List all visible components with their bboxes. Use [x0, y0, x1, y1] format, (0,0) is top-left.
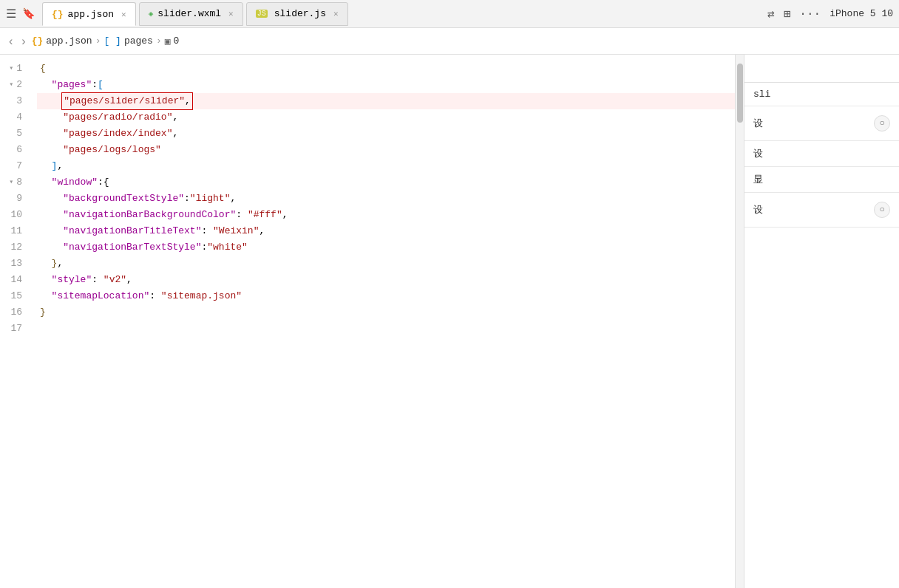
line-num-9: 9	[0, 191, 28, 207]
sync-icon[interactable]: ⇄	[767, 7, 775, 21]
breadcrumb-file-icon: ▣	[165, 35, 171, 47]
code-line-13: },	[37, 256, 735, 272]
tab-close-slider-js[interactable]: ✕	[333, 9, 339, 18]
breadcrumb-json-icon: {}	[32, 35, 44, 47]
code-line-3: "pages/slider/slider",	[37, 93, 735, 109]
line-num-4: 4	[0, 109, 28, 126]
code-line-6: "pages/logs/logs"	[37, 142, 735, 158]
fold-icon-1[interactable]: ▾	[9, 63, 13, 75]
code-line-15: "sitemapLocation": "sitemap.json"	[37, 288, 735, 304]
forward-button[interactable]: ›	[18, 33, 28, 49]
editor: ▾ 1 ▾ 2 3 4 5 6 7 ▾ 8 9 10 11 12 13 14 1…	[0, 55, 744, 588]
line-num-8: ▾ 8	[0, 174, 28, 191]
more-icon[interactable]: ···	[799, 7, 821, 21]
line-num-1: ▾ 1	[0, 61, 28, 77]
breadcrumb-pages: pages	[124, 35, 153, 47]
right-section-xian: 显	[744, 167, 899, 193]
hamburger-menu[interactable]: ☰	[6, 7, 16, 21]
line-num-16: 16	[0, 304, 28, 321]
code-area[interactable]: { "pages":[ "pages/slider/slider", "page…	[37, 55, 735, 588]
line-num-2: ▾ 2	[0, 77, 28, 93]
right-section-she1: 设 ○	[744, 106, 899, 141]
right-section-she2-label: 设	[753, 147, 763, 160]
line-num-14: 14	[0, 272, 28, 288]
main-area: ▾ 1 ▾ 2 3 4 5 6 7 ▾ 8 9 10 11 12 13 14 1…	[0, 55, 899, 588]
bookmark-btn[interactable]: 🔖	[22, 7, 35, 20]
breadcrumb-index: 0	[174, 35, 180, 47]
right-section-she3: 设 ○	[744, 193, 899, 228]
line-num-6: 6	[0, 142, 28, 158]
code-line-4: "pages/radio/radio",	[37, 109, 735, 126]
right-section-sli-label: sli	[753, 89, 770, 100]
breadcrumb-bar: ‹ › {} app.json › [ ] pages › ▣ 0	[0, 28, 899, 55]
line-num-13: 13	[0, 256, 28, 272]
tab-label-slider-wxml: slider.wxml	[157, 8, 221, 19]
scrollbar-thumb[interactable]	[737, 64, 743, 123]
code-line-10: "navigationBarBackgroundColor": "#fff",	[37, 207, 735, 223]
line-num-17: 17	[0, 321, 28, 337]
tab-close-slider-wxml[interactable]: ✕	[228, 9, 234, 18]
code-line-11: "navigationBarTitleText": "Weixin",	[37, 223, 735, 239]
titlebar-right: ⇄ ⊞ ··· iPhone 5 10	[767, 7, 893, 21]
line-num-15: 15	[0, 288, 28, 304]
back-button[interactable]: ‹	[6, 33, 16, 49]
line-numbers: ▾ 1 ▾ 2 3 4 5 6 7 ▾ 8 9 10 11 12 13 14 1…	[0, 55, 37, 588]
code-line-2: "pages":[	[37, 77, 735, 93]
right-circle-btn-1[interactable]: ○	[874, 115, 890, 131]
breadcrumb-bracket-icon: [ ]	[104, 35, 121, 47]
tab-slider-js[interactable]: JS slider.js ✕	[246, 2, 348, 26]
right-section-xian-label: 显	[753, 173, 763, 186]
layout-icon[interactable]: ⊞	[784, 7, 791, 21]
right-section-she3-label: 设	[753, 203, 763, 216]
line-num-3: 3	[0, 93, 28, 109]
iphone-label: iPhone 5 10	[830, 8, 893, 19]
vertical-scrollbar[interactable]	[735, 55, 744, 588]
breadcrumb-sep-1: ›	[95, 35, 101, 47]
right-section-sli: sli	[744, 83, 899, 106]
titlebar: ☰ 🔖 {} app.json ✕ ◈ slider.wxml ✕ JS sli…	[0, 0, 899, 28]
tab-icon-json: {}	[52, 9, 64, 20]
right-panel: sli 设 ○ 设 显 设 ○	[744, 55, 899, 588]
code-line-14: "style": "v2",	[37, 272, 735, 288]
code-line-17	[37, 321, 735, 337]
line-num-5: 5	[0, 126, 28, 142]
line-num-12: 12	[0, 239, 28, 256]
right-panel-header	[744, 55, 899, 83]
tab-label-slider-js: slider.js	[274, 8, 326, 19]
tab-slider-wxml[interactable]: ◈ slider.wxml ✕	[139, 2, 243, 26]
tab-app-json[interactable]: {} app.json ✕	[42, 2, 136, 26]
line-num-7: 7	[0, 158, 28, 174]
breadcrumb-file: app.json	[46, 35, 92, 47]
right-section-she1-label: 设	[753, 117, 763, 130]
line-num-10: 10	[0, 207, 28, 223]
tab-label-app-json: app.json	[68, 9, 114, 20]
redbox-content: "pages/slider/slider",	[63, 94, 191, 109]
breadcrumb-path: {} app.json › [ ] pages › ▣ 0	[32, 35, 180, 47]
code-line-16: }	[37, 304, 735, 321]
code-line-5: "pages/index/index",	[37, 126, 735, 142]
fold-icon-8[interactable]: ▾	[9, 177, 13, 188]
code-line-8: "window":{	[37, 174, 735, 191]
code-line-12: "navigationBarTextStyle":"white"	[37, 239, 735, 256]
code-line-7: ],	[37, 158, 735, 174]
right-section-she2: 设	[744, 141, 899, 167]
tab-icon-js: JS	[256, 10, 268, 18]
breadcrumb-sep-2: ›	[156, 35, 162, 47]
code-line-1: {	[37, 61, 735, 77]
code-line-9: "backgroundTextStyle":"light",	[37, 191, 735, 207]
line-num-11: 11	[0, 223, 28, 239]
right-circle-btn-2[interactable]: ○	[874, 202, 890, 218]
tab-close-app-json[interactable]: ✕	[121, 10, 126, 19]
tab-icon-wxml: ◈	[149, 9, 154, 18]
fold-icon-2[interactable]: ▾	[9, 79, 13, 91]
